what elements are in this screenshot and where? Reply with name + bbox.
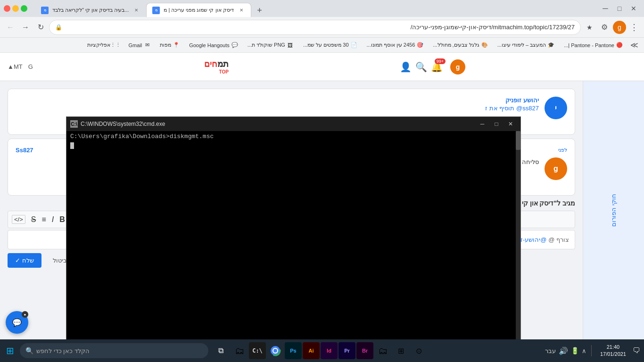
taskbar-bridge[interactable]: Br (356, 342, 373, 359)
close-window-btn[interactable] (4, 5, 10, 12)
taskbar-illustrator[interactable]: Ai (303, 342, 320, 359)
star-button[interactable]: ★ (583, 21, 596, 34)
taskbar-clock[interactable]: 21:40 17/01/2021 (596, 344, 630, 358)
bookmark-maps-icon: 📍 (173, 42, 180, 49)
cmd-titlebar: C:\ C:\WINDOWS\system32\cmd.exe ─ □ ✕ (66, 117, 520, 131)
cmd-window-controls: ─ □ ✕ (476, 119, 517, 129)
cmd-body[interactable]: C:\Users\grafika\Downloads>diskmgmt.msc (66, 131, 520, 339)
forward-button[interactable]: → (19, 21, 32, 34)
notifications-btn[interactable]: 🔔 +99 (431, 61, 443, 73)
taskbar-divider (591, 345, 592, 356)
bookmark-maatzav[interactable]: 🎓 המעצב – לימודי עיצו... (494, 40, 558, 51)
toolbar-code[interactable]: </> (12, 215, 25, 224)
account-btn[interactable]: 👤 (400, 61, 412, 73)
toolbar-list[interactable]: ≡ (41, 215, 46, 224)
browser-maximize-btn[interactable]: □ (613, 2, 626, 15)
bookmark-2456[interactable]: 🎯 2456 עין אוסף תמונו... (363, 40, 428, 51)
post-1-username: יהושע זופניק (16, 97, 539, 104)
cmd-maximize-btn[interactable]: □ (490, 119, 503, 129)
bookmark-png-label: PNG שוקולד ת... (248, 42, 285, 48)
browser-close-btn[interactable]: ✕ (627, 2, 640, 15)
back-button[interactable]: ← (4, 21, 17, 34)
forum-nav-item-1[interactable]: G (28, 63, 33, 70)
cmd-close-btn[interactable]: ✕ (504, 119, 517, 129)
bookmark-png[interactable]: 🖼 PNG שוקולד ת... (244, 40, 297, 51)
bookmark-galgal-label: גלגל צבעים, מחולל... (433, 42, 479, 48)
taskbar-file-manager[interactable]: 🗂 (374, 342, 391, 359)
task-view-button[interactable]: ⧉ (214, 344, 227, 357)
post-1-content: יהושע זופניק ss827@ תוסיף את ז (16, 97, 539, 119)
taskbar-lang[interactable]: עבר (545, 347, 556, 354)
bookmark-30-icon: 📄 (351, 42, 357, 49)
bookmarks-more-btn[interactable]: ≫ (628, 41, 640, 49)
page-content: g 🔔 +99 🔍 👤 תמחים TOP (0, 53, 644, 339)
reload-button[interactable]: ↻ (34, 21, 47, 34)
bookmark-maatzav-label: המעצב – לימודי עיצו... (497, 42, 546, 48)
right-sidebar: חוקי הפורום (583, 81, 644, 339)
bookmark-30[interactable]: 📄 30 משפטים על שמ... (299, 40, 361, 51)
tab-1-close[interactable]: ✕ (132, 7, 140, 14)
chat-button[interactable]: 💬 ● (6, 311, 28, 334)
taskbar-premiere[interactable]: Pr (339, 342, 355, 359)
bookmark-galgal[interactable]: 🎨 גלגל צבעים, מחולל... (429, 40, 491, 51)
address-bar[interactable]: 🔒 mitmachim.top/topic/17239/27/דיסק-און-… (49, 20, 581, 35)
minimize-window-btn[interactable] (12, 5, 19, 12)
toolbar-italic[interactable]: I (52, 215, 54, 224)
start-button[interactable]: ⊞ (0, 341, 20, 361)
bookmark-png-icon: 🖼 (287, 42, 294, 49)
taskbar-battery-icon[interactable]: 🔋 (571, 347, 579, 354)
post-1-text: ss827@ תוסיף את ז (16, 104, 539, 113)
tab-1[interactable]: מ בעיה בדיסק און קי "לקריאה בלבד... ✕ (35, 3, 146, 17)
profile-button[interactable]: g (613, 21, 626, 34)
bookmark-gmail[interactable]: ✉ Gmail (124, 40, 154, 51)
tab-2[interactable]: מ דיסק און קי שמוג מפני עריכה | מ ✕ (146, 3, 251, 17)
taskbar-file-explorer[interactable]: 🗂 (231, 342, 248, 359)
taskbar-cortana[interactable]: ⊙ (410, 342, 427, 359)
notification-badge: +99 (435, 58, 446, 64)
cmd-minimize-btn[interactable]: ─ (476, 119, 488, 129)
forum-logo: תמחים TOP (204, 59, 229, 74)
taskbar-sound-icon[interactable]: 🔊 (559, 346, 568, 355)
bookmark-maps-label: מפות (160, 42, 171, 48)
taskbar-action-center[interactable]: 🗨 (633, 346, 640, 355)
bookmark-pantone[interactable]: 🔴 Pantone - Pantone |... (560, 40, 627, 51)
cmd-empty-space (70, 149, 517, 290)
maximize-window-btn[interactable] (21, 5, 27, 12)
post-2-username: Ss827 (16, 147, 33, 154)
bookmark-hangouts-icon: 💬 (231, 42, 238, 49)
taskbar-show-hidden-icons[interactable]: ∧ (582, 347, 586, 354)
taskbar-indesign[interactable]: Id (321, 342, 338, 359)
chrome-menu-button[interactable]: ⋮ (628, 22, 640, 33)
taskbar-date: 17/01/2021 (600, 351, 626, 358)
submit-reply-button[interactable]: שלח ✓ (8, 253, 41, 268)
post-2-edit-link[interactable]: לפני (558, 147, 567, 153)
bookmark-maps[interactable]: 📍 מפות (156, 40, 183, 51)
taskbar-device-manager[interactable]: ⊞ (392, 342, 409, 359)
cmd-window-icon: C:\ (70, 120, 78, 128)
bookmark-gmail-icon: ✉ (144, 42, 150, 49)
taskbar-search[interactable]: 🔍 הקלד כאן כדי לחפש (20, 343, 208, 358)
taskbar-cmd[interactable]: C:\ (249, 342, 266, 359)
bookmark-hangouts[interactable]: 💬 Google Hangouts (185, 40, 242, 51)
security-icon: 🔒 (55, 24, 62, 31)
taskbar-search-placeholder: הקלד כאן כדי לחפש (36, 347, 90, 354)
toolbar-strikethrough[interactable]: S (31, 215, 36, 224)
taskbar-search-icon: 🔍 (25, 347, 33, 354)
search-btn[interactable]: 🔍 (415, 61, 427, 73)
browser-minimize-btn[interactable]: ─ (599, 2, 612, 15)
cmd-scrollbar[interactable] (516, 131, 520, 339)
browser-window: מ בעיה בדיסק און קי "לקריאה בלבד... ✕ מ … (0, 0, 644, 339)
extension-btn-1[interactable]: ⚙ (598, 21, 611, 34)
new-tab-button[interactable]: + (253, 4, 266, 17)
post-2-avatar[interactable]: g (545, 157, 567, 180)
taskbar-chrome[interactable] (267, 342, 284, 359)
forum-nav-item-2[interactable]: MT▲ (8, 63, 23, 70)
bookmark-gmail-label: Gmail (128, 42, 142, 48)
tab-2-close[interactable]: ✕ (238, 7, 245, 14)
forum-user-avatar[interactable]: g (450, 59, 465, 74)
taskbar-photoshop[interactable]: Ps (285, 342, 302, 359)
bookmark-apps[interactable]: ⋮⋮ אפליקציות (83, 40, 123, 51)
taskbar: ⊞ 🔍 הקלד כאן כדי לחפש ⧉ 🗂 C:\ Ps Ai Id (0, 339, 644, 362)
bookmarks-bar: ≫ 🔴 Pantone - Pantone |... 🎓 המעצב – לימ… (0, 38, 644, 53)
toolbar-bold[interactable]: B (59, 215, 65, 224)
